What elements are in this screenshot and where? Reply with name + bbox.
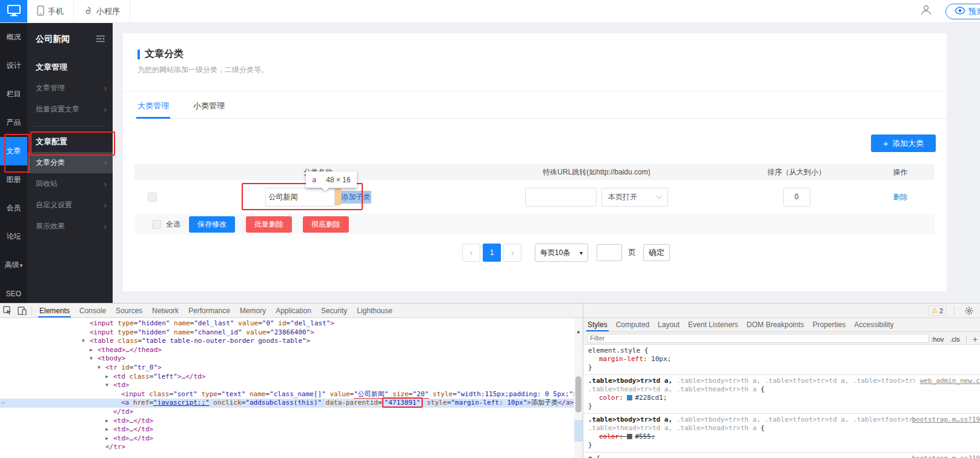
select-all-checkbox[interactable] — [152, 220, 161, 229]
sidebar-item[interactable]: 高级▾ — [0, 251, 27, 279]
pseudo-state-toggle[interactable]: :hov — [932, 336, 944, 343]
warnings-badge[interactable]: ⚠ 2 — [928, 305, 947, 316]
code-line[interactable]: </tr> — [0, 443, 574, 452]
sidebar-item[interactable]: 栏目 — [0, 80, 27, 108]
next-page-button[interactable]: › — [503, 244, 521, 262]
submenu-item[interactable]: 回收站› — [27, 173, 113, 194]
sidebar-item[interactable]: 概况 — [0, 23, 27, 51]
tree-arrow-icon[interactable]: ▶ — [105, 425, 113, 434]
settings-gear-icon[interactable] — [962, 304, 976, 317]
tree-arrow-icon[interactable]: ▶ — [90, 346, 98, 355]
per-page-select[interactable]: 每页10条 ▾ — [535, 244, 588, 262]
batch-delete-button[interactable]: 批量删除 — [246, 216, 292, 233]
code-line[interactable]: <input type="hidden" name="del_last" val… — [0, 319, 574, 328]
purge-delete-button[interactable]: 彻底删除 — [303, 216, 349, 233]
delete-link[interactable]: 删除 — [893, 192, 908, 202]
inspect-icon[interactable] — [0, 304, 15, 317]
row-checkbox[interactable] — [148, 193, 157, 202]
submenu-item[interactable]: 文章管理› — [27, 78, 113, 99]
tree-arrow-icon[interactable]: ▼ — [98, 363, 105, 373]
page-number[interactable]: 1 — [483, 244, 501, 262]
styles-sidebar-tab[interactable]: Styles — [583, 318, 612, 331]
sidebar-item[interactable]: 图册 — [0, 165, 27, 194]
device-toolbar-icon[interactable] — [15, 304, 29, 317]
add-subcategory-link[interactable]: 添加子类 — [341, 191, 371, 204]
tree-arrow-icon[interactable]: ▶ — [105, 434, 113, 443]
devtools-tab[interactable]: Console — [74, 304, 111, 317]
prev-page-button[interactable]: ‹ — [462, 244, 480, 262]
code-line[interactable]: ▶<td>…</td> — [0, 425, 574, 434]
devtools-tab[interactable]: Elements — [35, 304, 74, 317]
sidebar-item[interactable]: 文章 — [0, 137, 27, 165]
devtools-tab[interactable]: Performance — [184, 304, 235, 317]
styles-sidebar-tab[interactable]: Event Listeners — [684, 318, 743, 331]
sidebar-item[interactable]: 会员 — [0, 194, 27, 222]
code-line[interactable]: </td> — [0, 408, 574, 417]
open-mode-select[interactable]: 本页打开 — [601, 188, 668, 207]
code-line[interactable]: ▶<td class="left">…</td> — [0, 373, 574, 382]
devtools-tab[interactable]: Lighthouse — [352, 304, 397, 317]
code-line[interactable]: ⋯<a href="javascript:;" onclick="addsubc… — [0, 399, 574, 408]
code-line[interactable]: <input class="sort" type="text" name="cl… — [0, 390, 574, 399]
submenu-item[interactable]: 文章分类› — [27, 152, 113, 173]
tree-arrow-icon[interactable]: ▼ — [90, 354, 98, 363]
stylesheet-link[interactable]: bootstrap.m…ss?19 — [912, 416, 980, 424]
color-swatch[interactable] — [627, 434, 632, 439]
tree-arrow-icon[interactable]: ▶ — [105, 417, 113, 426]
submenu-item[interactable]: 自定义设置› — [27, 194, 113, 216]
submenu-item[interactable]: 展示效果› — [27, 216, 113, 237]
goto-page-input[interactable] — [597, 244, 622, 261]
confirm-button[interactable]: 确定 — [643, 244, 670, 261]
devtools-tab[interactable]: Security — [316, 304, 352, 317]
color-swatch[interactable] — [627, 395, 632, 400]
css-property[interactable]: color: #555; — [588, 433, 979, 441]
panel-collapse-icon[interactable] — [96, 34, 105, 45]
preview-button[interactable]: 预览 — [945, 4, 980, 19]
styles-sidebar-tab[interactable]: Layout — [654, 318, 684, 331]
code-line[interactable]: ▼<tbody> — [0, 354, 574, 363]
sidebar-item[interactable]: 产品 — [0, 108, 27, 137]
devtools-tab[interactable]: Network — [147, 304, 184, 317]
code-line[interactable]: ▶<td>…</td> — [0, 434, 574, 443]
code-line[interactable]: ▼<table class="table table-no-outer-bord… — [0, 337, 574, 346]
tree-arrow-icon[interactable]: ▼ — [105, 381, 113, 390]
code-line[interactable]: <input type="hidden" name="channel_id" v… — [0, 328, 574, 337]
more-actions-icon[interactable]: ⋯ — [1, 399, 6, 408]
css-property[interactable]: margin-left: 10px; — [588, 355, 979, 363]
tree-arrow-icon[interactable]: ▶ — [105, 373, 113, 382]
stylesheet-link[interactable]: web_admin_new.c — [920, 377, 980, 385]
sidebar-item[interactable]: 论坛 — [0, 222, 27, 251]
devtools-tab[interactable]: Sources — [111, 304, 147, 317]
css-property[interactable]: color: #228cd1; — [588, 394, 979, 402]
devtools-tab[interactable]: Memory — [235, 304, 271, 317]
scrollbar-thumb[interactable] — [575, 376, 581, 413]
code-line[interactable]: ▶<thead>…</thead> — [0, 346, 574, 355]
elements-scrollbar[interactable]: ▲ — [574, 318, 583, 458]
stylesheet-link[interactable]: bootstrap.m…ss?19 — [912, 454, 980, 458]
device-tab-miniprogram[interactable]: 小程序 — [74, 0, 130, 22]
device-tab-pc[interactable] — [0, 0, 27, 22]
scroll-up-arrow-icon[interactable]: ▲ — [574, 329, 583, 334]
user-icon[interactable] — [920, 4, 932, 19]
code-line[interactable]: ▼<tr id="tr_0"> — [0, 363, 574, 373]
styles-sidebar-tab[interactable]: Computed — [612, 318, 654, 331]
sort-order-input[interactable] — [783, 188, 810, 207]
class-toggle[interactable]: .cls — [950, 336, 960, 343]
tab-minor-category[interactable]: 小类管理 — [192, 97, 226, 118]
add-major-category-button[interactable]: + 添加大类 — [871, 134, 936, 152]
styles-sidebar-tab[interactable]: Properties — [809, 318, 850, 331]
styles-sidebar-tab[interactable]: DOM Breakpoints — [743, 318, 809, 331]
submenu-item[interactable]: 批量设置文章› — [27, 99, 113, 120]
tab-major-category[interactable]: 大类管理 — [136, 97, 170, 118]
code-line[interactable]: ▶<td>…</td> — [0, 417, 574, 426]
special-url-input[interactable] — [525, 188, 597, 207]
sidebar-item[interactable]: 设计 — [0, 51, 27, 80]
new-style-rule-button[interactable]: + — [973, 334, 978, 344]
code-line[interactable]: ▼<td> — [0, 381, 574, 390]
styles-sidebar-tab[interactable]: Accessibility — [850, 318, 898, 331]
styles-filter-input[interactable] — [587, 334, 929, 343]
tree-arrow-icon[interactable]: ▼ — [82, 337, 90, 346]
device-tab-mobile[interactable]: 手机 — [27, 0, 74, 22]
save-changes-button[interactable]: 保存修改 — [189, 216, 235, 233]
devtools-tab[interactable]: Application — [271, 304, 316, 317]
